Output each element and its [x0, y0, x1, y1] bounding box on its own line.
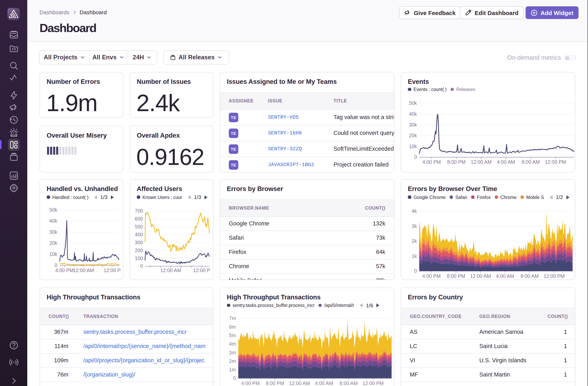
svg-text:500: 500 — [135, 224, 143, 229]
svg-text:600: 600 — [135, 216, 143, 222]
svg-text:40k: 40k — [49, 218, 58, 224]
svg-text:12:00 AM: 12:00 AM — [471, 159, 492, 165]
svg-text:0: 0 — [233, 375, 236, 381]
svg-text:0: 0 — [55, 262, 57, 268]
svg-text:10k: 10k — [409, 144, 417, 149]
svg-text:4m: 4m — [229, 341, 236, 346]
svg-text:5m: 5m — [229, 332, 236, 338]
svg-text:1k: 1k — [412, 253, 417, 259]
svg-text:12:00 PM: 12:00 PM — [544, 273, 565, 279]
svg-text:50k: 50k — [409, 100, 417, 106]
svg-text:0: 0 — [414, 154, 417, 160]
svg-text:12:00 PM: 12:00 PM — [545, 159, 566, 165]
svg-text:4:00 PM: 4:00 PM — [422, 159, 441, 165]
svg-text:0: 0 — [140, 263, 143, 269]
svg-text:8:00 PM: 8:00 PM — [266, 380, 284, 386]
svg-text:4:00 AM: 4:00 AM — [315, 380, 333, 386]
svg-text:20k: 20k — [49, 240, 58, 246]
svg-text:12:00 AM: 12:00 AM — [73, 268, 94, 273]
svg-text:8:00 AM: 8:00 AM — [340, 380, 358, 386]
svg-text:4:00 AM: 4:00 AM — [497, 159, 515, 165]
svg-text:8:00 PM: 8:00 PM — [447, 159, 465, 165]
svg-text:8:00 AM: 8:00 AM — [522, 159, 540, 165]
svg-text:12:00 P: 12:00 P — [193, 268, 210, 273]
svg-text:3m: 3m — [229, 350, 236, 355]
svg-text:20k: 20k — [409, 133, 417, 138]
svg-text:4:00 PM: 4:00 PM — [422, 273, 441, 279]
svg-text:30k: 30k — [409, 122, 417, 128]
svg-text:1m: 1m — [229, 367, 236, 372]
svg-text:300: 300 — [135, 240, 143, 245]
svg-text:2m: 2m — [229, 358, 236, 364]
svg-text:10k: 10k — [49, 251, 58, 257]
svg-text:200: 200 — [135, 248, 143, 253]
svg-text:30k: 30k — [49, 229, 58, 235]
svg-text:12:00 AM: 12:00 AM — [289, 380, 310, 386]
svg-text:4:00 PM: 4:00 PM — [55, 268, 74, 273]
svg-text:6m: 6m — [229, 324, 236, 329]
svg-text:12:00 AM: 12:00 AM — [160, 268, 181, 273]
svg-text:4k: 4k — [412, 208, 417, 214]
svg-text:4:00 AM: 4:00 AM — [496, 273, 514, 279]
svg-text:0: 0 — [414, 268, 417, 274]
svg-text:3k: 3k — [412, 223, 417, 229]
svg-text:400: 400 — [135, 232, 143, 237]
svg-text:8:00 AM: 8:00 AM — [521, 273, 539, 279]
svg-text:100: 100 — [135, 255, 143, 261]
svg-text:8:00 PM: 8:00 PM — [447, 273, 465, 279]
svg-text:12:00 AM: 12:00 AM — [470, 273, 491, 279]
svg-text:7m: 7m — [229, 315, 236, 321]
svg-text:2k: 2k — [412, 238, 417, 244]
svg-text:50k: 50k — [49, 207, 58, 213]
svg-text:4:00 PM: 4:00 PM — [241, 380, 260, 386]
svg-text:700: 700 — [135, 208, 143, 214]
svg-text:12:00 PM: 12:00 PM — [363, 380, 384, 386]
svg-text:12:00 P: 12:00 P — [104, 268, 121, 273]
svg-text:40k: 40k — [409, 111, 417, 117]
